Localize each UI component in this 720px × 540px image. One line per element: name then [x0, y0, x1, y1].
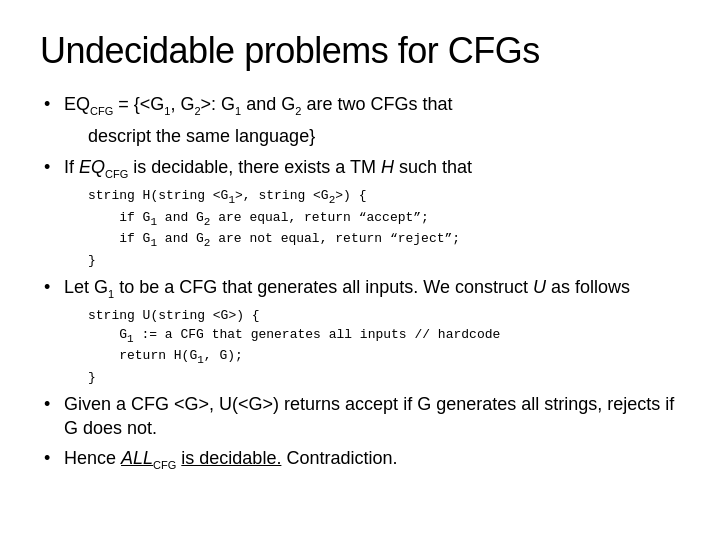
all-italic: ALL: [121, 448, 153, 468]
code-block-1: string H(string <G1>, string <G2>) { if …: [88, 187, 680, 270]
code-block-2: string U(string <G>) { G1 := a CFG that …: [88, 307, 680, 388]
u-italic: U: [533, 277, 546, 297]
all-underline: ALL: [121, 448, 153, 468]
code-line-1-1: string H(string <G1>, string <G2>) {: [88, 187, 680, 209]
code-line-2-2: G1 := a CFG that generates all inputs //…: [88, 326, 680, 348]
sub-g1a: 1: [164, 105, 170, 117]
bullet-3: Let G1 to be a CFG that generates all in…: [40, 275, 680, 301]
bullet-list-3: Given a CFG <G>, U(<G>) returns accept i…: [40, 392, 680, 473]
sub-g1c: 1: [108, 287, 114, 299]
bullet-1-text: EQCFG = {<G1, G2>: G1 and G2 are two CFG…: [64, 94, 452, 114]
sub-g1b: 1: [235, 105, 241, 117]
bullet-list: EQCFG = {<G1, G2>: G1 and G2 are two CFG…: [40, 92, 680, 181]
bullet-2: If EQCFG is decidable, there exists a TM…: [40, 155, 680, 181]
sub-cfg2: CFG: [105, 167, 128, 179]
h-italic: H: [381, 157, 394, 177]
code-line-1-3: if G1 and G2 are not equal, return “reje…: [88, 230, 680, 252]
slide-title: Undecidable problems for CFGs: [40, 30, 680, 72]
code-line-2-4: }: [88, 369, 680, 388]
code-line-1-4: }: [88, 252, 680, 271]
code-line-2-3: return H(G1, G);: [88, 347, 680, 369]
bullet-1-indent: descript the same language}: [40, 124, 680, 148]
sub-cfg1: CFG: [90, 105, 113, 117]
bullet-3-text: Let G1 to be a CFG that generates all in…: [64, 277, 630, 297]
code-line-1-2: if G1 and G2 are equal, return “accept”;: [88, 209, 680, 231]
sub-g2b: 2: [295, 105, 301, 117]
is-decidable-underline: is decidable.: [181, 448, 281, 468]
bullet-4-text: Given a CFG <G>, U(<G>) returns accept i…: [64, 394, 674, 438]
bullet-5-text: Hence ALLCFG is decidable. Contradiction…: [64, 448, 397, 468]
eq-italic: EQ: [79, 157, 105, 177]
code-line-2-1: string U(string <G>) {: [88, 307, 680, 326]
slide: Undecidable problems for CFGs EQCFG = {<…: [0, 0, 720, 540]
sub-g2a: 2: [194, 105, 200, 117]
bullet-5: Hence ALLCFG is decidable. Contradiction…: [40, 446, 680, 472]
bullet-2-text: If EQCFG is decidable, there exists a TM…: [64, 157, 472, 177]
bullet-4: Given a CFG <G>, U(<G>) returns accept i…: [40, 392, 680, 441]
sub-cfg3: CFG: [153, 459, 176, 471]
bullet-list-2: Let G1 to be a CFG that generates all in…: [40, 275, 680, 301]
bullet-1: EQCFG = {<G1, G2>: G1 and G2 are two CFG…: [40, 92, 680, 118]
